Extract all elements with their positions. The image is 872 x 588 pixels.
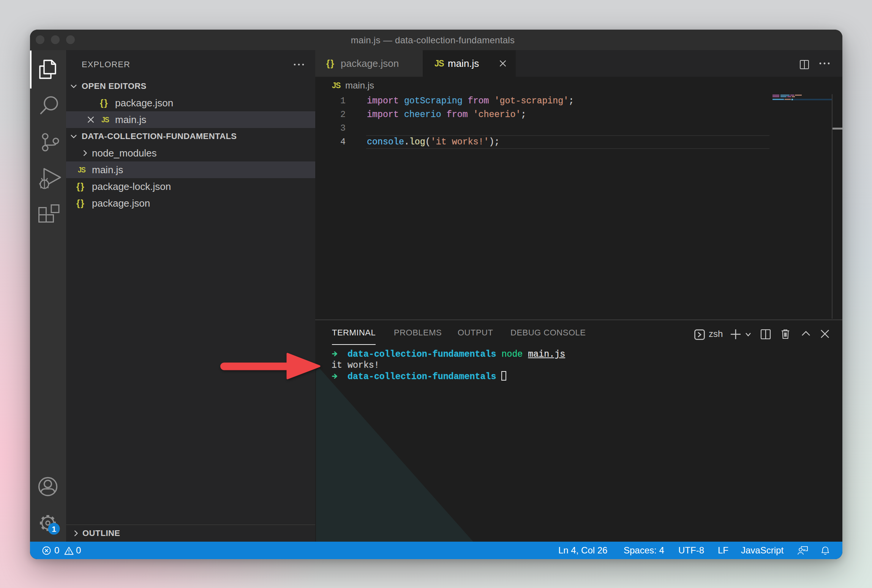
svg-text:1: 1 bbox=[52, 525, 56, 533]
